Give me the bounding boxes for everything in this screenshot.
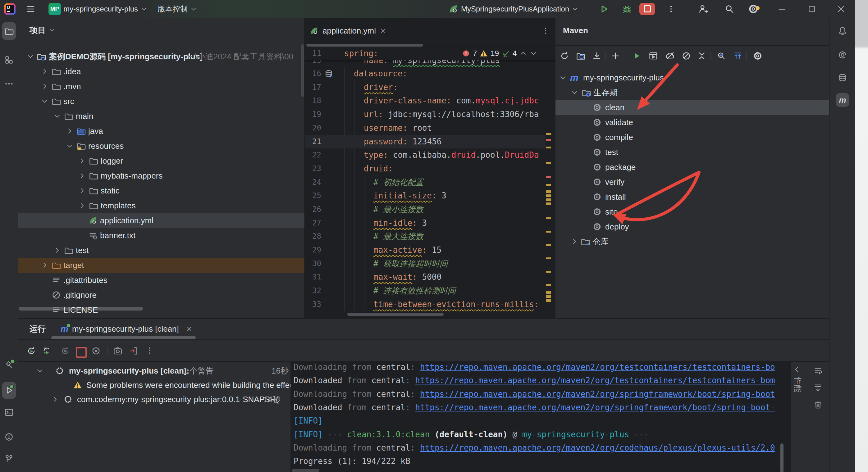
run-tab[interactable]: m my-springsecurity-plus [clean]	[61, 319, 193, 339]
code-line[interactable]: 24 # 初始化配置	[305, 176, 551, 189]
maven-run-button[interactable]	[632, 51, 641, 61]
console-vertical-scrollbar[interactable]	[780, 443, 783, 472]
project-item-test[interactable]: test	[18, 243, 305, 258]
run-configuration-widget[interactable]: MySpringsecurityPlusApplication	[448, 0, 579, 18]
project-item-gitattributes[interactable]: .gitattributes	[18, 273, 305, 288]
rerun-button[interactable]	[27, 346, 36, 355]
editor-top-scrollbar[interactable]	[306, 44, 423, 46]
warning-stripe-mark[interactable]	[546, 231, 551, 232]
maven-reload-button[interactable]	[560, 51, 569, 61]
maven-lifecycle-node[interactable]: 生存期	[555, 85, 830, 100]
project-item-mybatis-mappers[interactable]: mybatis-mappers	[18, 168, 305, 183]
problems-tool-button[interactable]	[4, 432, 14, 442]
build-root-row[interactable]: my-springsecurity-plus [clean]: 1 个警告 16…	[18, 363, 290, 378]
error-stripe-mark[interactable]	[546, 139, 551, 141]
debug-button[interactable]	[622, 0, 632, 18]
warning-stripe-mark[interactable]	[546, 184, 551, 186]
run-button[interactable]	[599, 0, 609, 18]
stop-process-button[interactable]	[76, 347, 87, 358]
prev-problem-icon[interactable]	[520, 50, 527, 57]
maven-goal-install[interactable]: install	[555, 189, 830, 204]
code-line[interactable]: 27 min-idle: 3	[305, 216, 551, 230]
close-tab-icon[interactable]	[380, 27, 386, 34]
inspections-widget[interactable]: 7 19 4	[462, 46, 537, 60]
console-link[interactable]: https://repo.maven.apache.org/maven2/org…	[420, 363, 775, 372]
warning-stripe-mark[interactable]	[546, 190, 551, 193]
maven-skip-tests-button[interactable]	[682, 51, 691, 61]
more-tool-windows-button[interactable]	[4, 79, 14, 89]
soft-wrap-button[interactable]	[813, 366, 823, 375]
warning-stripe-mark[interactable]	[546, 291, 551, 294]
console-link[interactable]: https://repo.maven.apache.org/maven2/org…	[420, 443, 775, 452]
code-line[interactable]: 30 # 获取连接超时时间	[305, 257, 551, 271]
project-item-src[interactable]: src	[18, 94, 305, 109]
project-item-resources[interactable]: resources	[18, 138, 305, 153]
warning-stripe-mark[interactable]	[546, 284, 551, 286]
code-line[interactable]: 33 time-between-eviction-runs-millis:	[305, 297, 551, 311]
warning-stripe-mark[interactable]	[546, 147, 551, 149]
maven-dependency-updates-button[interactable]	[733, 51, 743, 61]
code-line[interactable]: 28 # 最大连接数	[305, 229, 551, 243]
warning-stripe-mark[interactable]	[546, 194, 551, 197]
ai-assistant-button[interactable]	[838, 50, 847, 60]
maven-goal-clean[interactable]: clean	[555, 100, 830, 115]
code-line[interactable]: 32 # 连接有效性检测时间	[305, 284, 551, 297]
scroll-to-end-button[interactable]	[813, 383, 823, 392]
code-line[interactable]: 25 initial-size: 3	[305, 189, 551, 202]
clear-console-button[interactable]	[813, 400, 823, 410]
version-control-tool-button[interactable]	[4, 454, 14, 463]
code-line[interactable]: 19 url: jdbc:mysql://localhost:3306/rba	[305, 107, 551, 121]
close-tab-icon[interactable]	[186, 325, 193, 332]
close-button[interactable]	[836, 0, 846, 18]
console-link[interactable]: https://repo.maven.apache.org/maven2/org…	[415, 403, 775, 412]
minimize-button[interactable]	[777, 0, 786, 18]
build-tool-button[interactable]	[4, 360, 14, 370]
maven-goal-package[interactable]: package	[555, 160, 830, 175]
maven-collapse-all-button[interactable]	[697, 51, 707, 61]
project-tool-button[interactable]	[2, 22, 16, 40]
maven-repositories-node[interactable]: 仓库	[555, 234, 830, 249]
code-line-current[interactable]: 21 password: 123456	[305, 135, 551, 149]
warning-stripe-mark[interactable]	[546, 133, 551, 135]
code-line[interactable]: 29 max-active: 15	[305, 243, 551, 257]
project-widget[interactable]: MP my-springsecurity-plus	[49, 0, 147, 18]
filter-output-button[interactable]	[91, 346, 101, 355]
maven-goal-validate[interactable]: validate	[555, 115, 830, 130]
rerun-failed-button[interactable]	[42, 346, 52, 355]
build-module-row[interactable]: com.codermy:my-springsecurity-plus:jar:0…	[18, 392, 290, 407]
maven-offline-mode-button[interactable]	[665, 51, 675, 61]
project-item-banner-txt[interactable]: banner.txt	[18, 228, 305, 243]
error-stripe-mark[interactable]	[546, 176, 551, 178]
terminal-tool-button[interactable]	[4, 408, 14, 417]
warning-stripe-mark[interactable]	[546, 202, 551, 205]
more-actions-button[interactable]	[667, 0, 675, 18]
editor-horizontal-scrollbar[interactable]	[347, 313, 444, 316]
warning-stripe-mark[interactable]	[546, 198, 551, 201]
maven-goal-site[interactable]: site	[555, 204, 830, 219]
project-item-main[interactable]: main	[18, 109, 305, 124]
maven-goal-verify[interactable]: verify	[555, 175, 830, 189]
warning-stripe-mark[interactable]	[546, 271, 551, 273]
editor-options-button[interactable]	[541, 26, 550, 35]
maven-analyze-dependencies-button[interactable]	[716, 51, 726, 61]
resume-button-disabled[interactable]	[61, 346, 70, 355]
project-item-application-yml[interactable]: application.yml	[18, 213, 305, 228]
next-problem-icon[interactable]	[530, 50, 537, 57]
project-item-java[interactable]: java	[18, 124, 305, 138]
code-line[interactable]: 23 druid:	[305, 162, 551, 176]
maven-add-configuration-button[interactable]	[611, 51, 620, 61]
maven-generate-sources-button[interactable]	[576, 51, 585, 61]
project-panel-header[interactable]: 项目	[30, 23, 55, 37]
thread-dump-button[interactable]	[113, 346, 122, 355]
maven-goal-compile[interactable]: compile	[555, 130, 830, 145]
project-item-static[interactable]: static	[18, 183, 305, 198]
vcs-widget[interactable]: 版本控制	[158, 0, 197, 18]
code-line[interactable]: 22 type: com.alibaba.druid.pool.DruidDa	[305, 148, 551, 162]
warning-stripe-mark[interactable]	[546, 299, 551, 302]
performance-tab-label[interactable]: 性能	[793, 377, 803, 392]
more-options-button[interactable]	[145, 346, 154, 355]
project-item-logger[interactable]: logger	[18, 153, 305, 168]
build-console[interactable]: Downloading from central: https://repo.m…	[290, 362, 790, 472]
run-tool-button[interactable]	[2, 382, 16, 399]
maven-execute-goal-button[interactable]	[649, 51, 658, 61]
